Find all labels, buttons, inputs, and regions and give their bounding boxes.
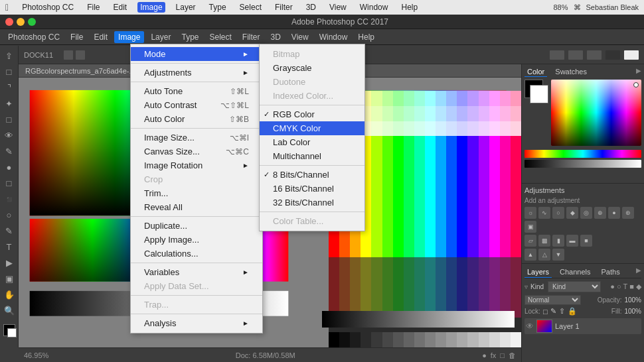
swatch-cell[interactable] xyxy=(436,106,446,121)
swatch-cell[interactable] xyxy=(393,91,404,106)
menu-auto-tone[interactable]: Auto Tone ⇧⌘L xyxy=(131,84,262,98)
close-button[interactable] xyxy=(5,18,13,26)
swatch-cell[interactable] xyxy=(500,287,511,302)
menu-trap[interactable]: Trap... xyxy=(131,298,262,312)
swatch-cell[interactable] xyxy=(479,166,489,182)
swatch-cell[interactable] xyxy=(436,257,446,272)
hsl-adj[interactable]: ◎ xyxy=(580,207,592,219)
menubar-filter[interactable]: Filter xyxy=(272,2,295,13)
photofilter-adj[interactable]: ● xyxy=(608,207,620,219)
menu-analysis[interactable]: Analysis ► xyxy=(131,316,262,330)
eyedropper-tool[interactable]: 👁 xyxy=(2,128,17,143)
swatch-cell[interactable] xyxy=(479,287,489,302)
swatch-cell[interactable] xyxy=(404,227,414,242)
smart-filter-icon[interactable]: ◆ xyxy=(636,282,641,291)
swatch-cell[interactable] xyxy=(382,211,393,227)
swatch-cell[interactable] xyxy=(511,106,521,121)
swatch-cell[interactable] xyxy=(414,332,425,347)
swatch-cell[interactable] xyxy=(446,227,457,242)
swatch-cell[interactable] xyxy=(425,182,436,197)
swatch-cell[interactable] xyxy=(329,287,339,302)
swatch-cell[interactable] xyxy=(467,332,478,347)
shape-filter-icon[interactable]: ■ xyxy=(629,282,634,291)
swatch-cell[interactable] xyxy=(457,151,467,166)
swatch-cell[interactable] xyxy=(436,121,446,137)
swatch-cell[interactable] xyxy=(489,227,500,242)
swatch-cell[interactable] xyxy=(393,257,404,272)
color-tab[interactable]: Color xyxy=(524,67,547,77)
swatch-cell[interactable] xyxy=(500,272,511,287)
swatch-cell[interactable] xyxy=(500,227,511,242)
swatch-cell[interactable] xyxy=(457,196,467,211)
swatch-cell[interactable] xyxy=(404,211,414,227)
swatch-cell[interactable] xyxy=(500,136,511,151)
swatch-cell[interactable] xyxy=(511,227,521,242)
swatch-cell[interactable] xyxy=(393,166,404,182)
swatch-cell[interactable] xyxy=(436,151,446,166)
swatch-cell[interactable] xyxy=(446,182,457,197)
ps-menu-select[interactable]: Select xyxy=(205,31,235,43)
layers-options-icon[interactable]: ▶ xyxy=(636,267,641,278)
swatch-cell[interactable] xyxy=(414,257,425,272)
menu-auto-contrast[interactable]: Auto Contrast ⌥⇧⌘L xyxy=(131,98,262,112)
layers-tab[interactable]: Layers xyxy=(524,267,552,278)
submenu-lab[interactable]: Lab Color xyxy=(260,135,364,149)
swatch-cell[interactable] xyxy=(393,227,404,242)
swatch-cell[interactable] xyxy=(457,332,467,347)
swatch-cell[interactable] xyxy=(489,91,500,106)
menu-reveal-all[interactable]: Reveal All xyxy=(131,200,262,214)
ps-menu-help[interactable]: Help xyxy=(354,31,378,43)
swatch-cell[interactable] xyxy=(404,287,414,302)
swatch-cell[interactable] xyxy=(457,136,467,151)
menu-image-rotation[interactable]: Image Rotation ► xyxy=(131,158,262,172)
color-strip[interactable] xyxy=(524,150,641,158)
swatch-cell[interactable] xyxy=(425,287,436,302)
ps-menu-window[interactable]: Window xyxy=(315,31,352,43)
layer-item[interactable]: 👁 Layer 1 xyxy=(524,318,641,334)
swatch-cell[interactable] xyxy=(511,242,521,257)
swatches-tab[interactable]: Swatches xyxy=(552,67,590,77)
swatch-cell[interactable] xyxy=(414,121,425,137)
swatch-cell[interactable] xyxy=(350,287,361,302)
swatch-cell[interactable] xyxy=(425,332,436,347)
swatch-cell[interactable] xyxy=(393,136,404,151)
menubar-help[interactable]: Help xyxy=(398,2,420,13)
swatch-cell[interactable] xyxy=(382,136,393,151)
submenu-color-table[interactable]: Color Table... xyxy=(260,214,364,228)
ps-menu-layer[interactable]: Layer xyxy=(147,31,175,43)
type-tool[interactable]: T xyxy=(2,239,17,254)
marquee-tool[interactable]: □ xyxy=(2,64,17,79)
menu-trim[interactable]: Trim... xyxy=(131,186,262,200)
shadow-adj[interactable]: △ xyxy=(538,249,550,261)
swatch-cell[interactable] xyxy=(500,91,511,106)
swatch-cell[interactable] xyxy=(511,182,521,197)
swatch-cell[interactable] xyxy=(467,211,478,227)
swatch-cell[interactable] xyxy=(511,272,521,287)
swatch-cell[interactable] xyxy=(425,106,436,121)
swatch-cell[interactable] xyxy=(425,196,436,211)
swatch-cell[interactable] xyxy=(500,257,511,272)
swatch-cell[interactable] xyxy=(467,166,478,182)
swatch-cell[interactable] xyxy=(511,332,521,347)
colorlookup-adj[interactable]: ▣ xyxy=(524,221,536,233)
swatch-cell[interactable] xyxy=(371,121,382,137)
swatch-cell[interactable] xyxy=(371,287,382,302)
swatch-cell[interactable] xyxy=(425,121,436,137)
swatch-cell[interactable] xyxy=(479,182,489,197)
opacity-value[interactable]: 100% xyxy=(624,296,641,304)
swatch-cell[interactable] xyxy=(371,182,382,197)
invert-adj[interactable]: ▱ xyxy=(524,235,536,247)
swatch-cell[interactable] xyxy=(446,287,457,302)
swatch-cell[interactable] xyxy=(414,196,425,211)
swatch-cell[interactable] xyxy=(371,196,382,211)
swatch-cell[interactable] xyxy=(457,287,467,302)
menu-duplicate[interactable]: Duplicate... xyxy=(131,219,262,233)
swatch-cell[interactable] xyxy=(436,166,446,182)
swatch-cell[interactable] xyxy=(489,272,500,287)
swatch-cell[interactable] xyxy=(425,151,436,166)
swatch-cell[interactable] xyxy=(339,272,350,287)
swatch-cell[interactable] xyxy=(511,211,521,227)
menubar-3d[interactable]: 3D xyxy=(303,2,319,13)
swatch-cell[interactable] xyxy=(414,166,425,182)
swatch-cell[interactable] xyxy=(404,242,414,257)
